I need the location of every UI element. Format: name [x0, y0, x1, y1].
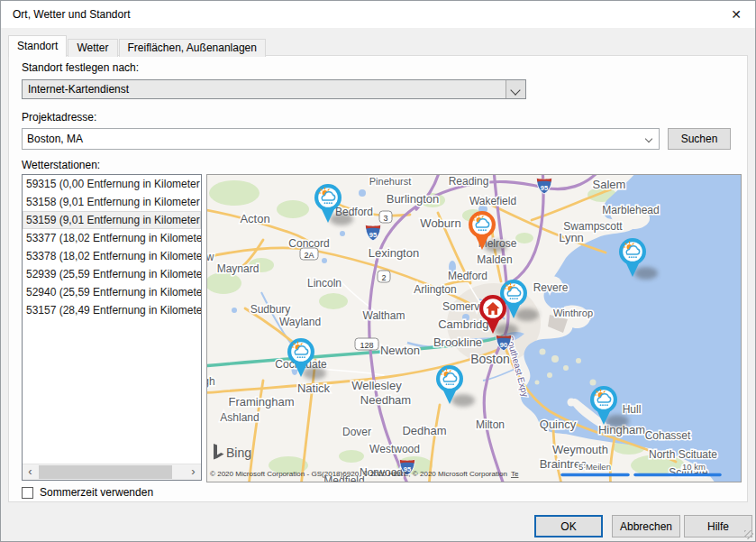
map-label: Acton — [240, 212, 269, 225]
pin-shadow — [303, 367, 326, 380]
bing-map[interactable]: ActonConcordMaynardLincolnSudburyWayland… — [207, 175, 741, 482]
map-label: Waltham — [363, 309, 405, 322]
map-label: Needham — [360, 393, 411, 407]
close-button[interactable]: ✕ — [722, 4, 751, 25]
map-label: Boston — [470, 352, 510, 366]
map-label: Reading — [449, 175, 489, 188]
close-icon: ✕ — [731, 7, 742, 22]
map-label: Stow — [207, 251, 214, 263]
map-label: Quincy — [540, 418, 577, 431]
chevron-down-icon — [645, 135, 652, 142]
scroll-left-arrow-icon[interactable]: ‹ — [23, 464, 38, 480]
map-label: Winthrop — [553, 308, 593, 318]
map-label: Ashland — [220, 411, 259, 424]
station-list-item[interactable]: 59315 (0,00 Entfernung in Kilometer — [23, 175, 201, 193]
map-label: Marlborough — [207, 375, 215, 388]
map-label: Newton — [380, 344, 420, 357]
map-label: Westwood — [369, 443, 420, 455]
tab-wetter[interactable]: Wetter — [68, 39, 117, 57]
station-list-item[interactable]: 53159 (9,01 Entfernung in Kilometer — [23, 211, 201, 229]
map-attribution: © 2020 Microsoft Corporation - GS(2018)6… — [210, 470, 507, 478]
station-list-item[interactable]: 52940 (25,59 Entfernung in Kilometer — [23, 283, 201, 301]
scrollbar-thumb[interactable] — [39, 465, 172, 479]
pin-shadow — [330, 213, 353, 225]
map-label: Arlington — [414, 283, 456, 296]
svg-text:2: 2 — [381, 273, 386, 282]
station-list-item[interactable]: 53377 (18,02 Entfernung in Kilometer — [23, 229, 201, 247]
map-label: Dover — [342, 426, 371, 438]
scroll-right-arrow-icon[interactable]: › — [186, 464, 201, 480]
route-shield: 2 — [378, 271, 390, 282]
ok-button[interactable]: OK — [534, 515, 603, 537]
pin-shadow — [451, 394, 475, 407]
terms-link[interactable]: Te — [511, 470, 519, 478]
help-button[interactable]: Hilfe — [684, 515, 752, 537]
pin-shadow — [515, 308, 539, 321]
map-label: Lexington — [369, 246, 419, 260]
stations-rows: 59315 (0,00 Entfernung in Kilometer53158… — [23, 175, 201, 319]
svg-text:90: 90 — [500, 341, 507, 349]
dst-checkbox[interactable] — [22, 487, 33, 499]
map-label: Wakefield — [469, 195, 516, 207]
map-label: Framingham — [229, 395, 295, 409]
cancel-button[interactable]: Abbrechen — [612, 515, 680, 537]
map-label: Cohasset — [645, 429, 691, 442]
location-weather-dialog: Ort, Wetter und Standort ✕ Standort Wett… — [0, 0, 756, 542]
station-list-item[interactable]: 53158 (9,01 Entfernung in Kilometer — [23, 193, 201, 211]
map-label: Wellesley — [351, 379, 402, 392]
method-label: Standort festlegen nach: — [22, 61, 139, 74]
map-label: Milton — [476, 418, 505, 431]
map-label: Lynn — [559, 231, 584, 244]
dst-checkbox-row[interactable]: Sommerzeit verwenden — [22, 486, 153, 499]
route-shield: 2A — [300, 248, 318, 260]
search-button[interactable]: Suchen — [668, 128, 731, 150]
address-combobox[interactable] — [22, 128, 660, 150]
pin-shadow — [634, 267, 658, 280]
tab-freiflaechen[interactable]: Freiflächen, Außenanlagen — [119, 39, 266, 57]
route-shield: 3 — [379, 211, 392, 223]
method-value: Internet-Kartendienst — [28, 83, 504, 96]
map-label: Weymouth — [552, 443, 608, 456]
map-label: Malden — [477, 253, 512, 266]
map-label: Revere — [533, 281, 569, 294]
scale-miles-label: 5 Meilen — [578, 462, 611, 472]
station-list-item[interactable]: 53157 (28,49 Entfernung in Kilometer — [23, 301, 201, 319]
map-label: Brookline — [433, 335, 482, 349]
scale-km-label: 10 km — [682, 462, 706, 472]
map-label: Salem — [593, 178, 626, 191]
map-label: Wayland — [279, 316, 321, 328]
svg-text:95: 95 — [541, 184, 548, 192]
pin-shadow — [484, 240, 507, 253]
tab-standort[interactable]: Standort — [8, 35, 67, 57]
title-bar[interactable]: Ort, Wetter und Standort ✕ — [1, 1, 755, 28]
stations-label: Wetterstationen: — [22, 159, 100, 171]
chevron-down-icon — [510, 85, 520, 95]
pin-shadow — [606, 415, 629, 427]
svg-text:2A: 2A — [304, 251, 314, 260]
map-label: Hull — [623, 403, 642, 416]
bing-logo-text: Bing — [226, 446, 251, 460]
dialog-title: Ort, Wetter und Standort — [13, 8, 131, 21]
map-label: Burlington — [387, 192, 440, 206]
map-label: Swampscott — [563, 220, 623, 233]
horizontal-scrollbar[interactable]: ‹ › — [23, 464, 201, 480]
map-label: Sudbury — [250, 303, 291, 316]
station-list-item[interactable]: 52939 (25,59 Entfernung in Kilometer — [23, 265, 201, 283]
address-input[interactable] — [27, 131, 639, 147]
resize-grip[interactable] — [744, 530, 753, 539]
map-viewport[interactable]: ActonConcordMaynardLincolnSudburyWayland… — [206, 174, 742, 482]
method-dropdown-button[interactable] — [506, 80, 525, 98]
svg-text:95: 95 — [369, 231, 377, 239]
svg-text:128: 128 — [360, 341, 373, 350]
method-combobox[interactable]: Internet-Kartendienst — [22, 79, 526, 99]
stations-listbox[interactable]: 59315 (0,00 Entfernung in Kilometer53158… — [22, 174, 202, 481]
pin-shadow — [495, 324, 518, 336]
map-label: Woburn — [420, 216, 460, 230]
map-label: Pinehurst — [369, 176, 411, 187]
route-shield: 128 — [355, 338, 378, 350]
map-label: Natick — [297, 381, 331, 395]
map-label: Lincoln — [307, 277, 342, 289]
map-label: Marblehead — [602, 204, 659, 216]
station-list-item[interactable]: 53378 (18,02 Entfernung in Kilometer — [23, 247, 201, 265]
map-label: Medford — [448, 270, 487, 282]
